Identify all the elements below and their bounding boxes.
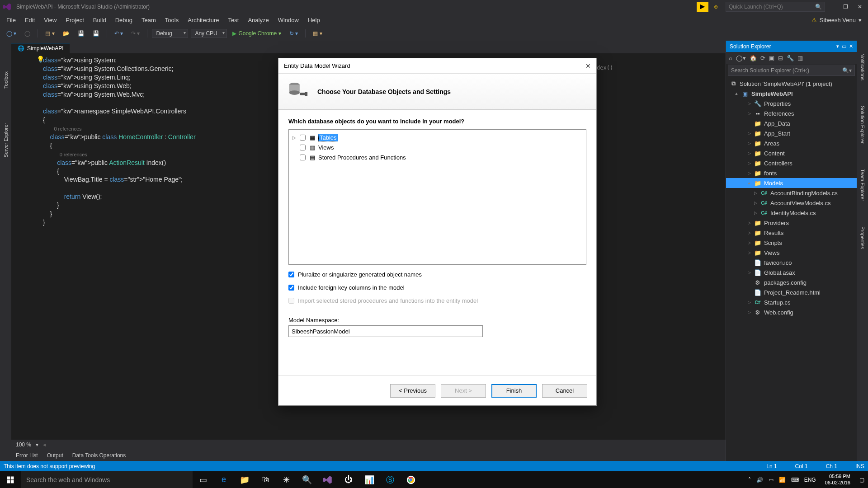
tree-node[interactable]: ▲📁Models — [726, 178, 857, 188]
tab-team-explorer[interactable]: Team Explorer — [859, 165, 866, 205]
solution-platform-dropdown[interactable]: Any CPU — [191, 29, 227, 38]
store-icon[interactable]: 🛍 — [255, 471, 276, 488]
open-file-button[interactable]: 📂 — [60, 29, 72, 38]
menu-window[interactable]: Window — [274, 15, 303, 25]
tab-notifications[interactable]: Notifications — [859, 50, 866, 84]
previous-button[interactable]: < Previous — [390, 384, 435, 398]
save-all-button[interactable]: 💾 — [90, 29, 102, 38]
menu-debug[interactable]: Debug — [111, 15, 137, 25]
wizard-close-button[interactable]: ✕ — [585, 62, 591, 70]
tray-clock[interactable]: 05:59 PM 06-02-2016 — [821, 474, 854, 485]
db-object-views[interactable]: ▥ Views — [292, 142, 583, 152]
menu-test[interactable]: Test — [224, 15, 244, 25]
sprocs-checkbox[interactable] — [300, 155, 306, 160]
tray-chevron-icon[interactable]: ˄ — [748, 477, 751, 483]
menu-file[interactable]: File — [2, 15, 20, 25]
zoom-level[interactable]: 100 % — [16, 441, 31, 448]
tab-data-tools[interactable]: Data Tools Operations — [72, 452, 126, 459]
send-feedback-button[interactable]: ☺ — [711, 2, 721, 12]
tree-node[interactable]: ▷📁Providers — [726, 218, 857, 228]
tree-node[interactable]: ▷🔧Properties — [726, 99, 857, 108]
tree-node[interactable]: ▷📁Scripts — [726, 238, 857, 248]
tree-node[interactable]: ▷C#AccountBindingModels.cs — [726, 188, 857, 198]
restore-button[interactable]: ❐ — [840, 4, 851, 10]
solution-root[interactable]: ⧉Solution 'SimpleWebAPI' (1 project) — [726, 79, 857, 89]
panel-close-button[interactable]: ✕ — [849, 43, 853, 49]
solution-explorer-header[interactable]: Solution Explorer ▾ ▭ ✕ — [726, 41, 857, 52]
views-checkbox[interactable] — [300, 145, 306, 150]
tree-node[interactable]: 📄favicon.ico — [726, 258, 857, 267]
finish-button[interactable]: Finish — [491, 384, 537, 398]
chevron-down-icon[interactable]: ▾ — [36, 441, 38, 448]
signed-in-user[interactable]: Sibeesh Venu — [820, 17, 856, 23]
visual-studio-icon[interactable] — [317, 471, 338, 488]
redo-button[interactable]: ↷ ▾ — [128, 29, 142, 38]
taskbar-search[interactable]: Search the web and Windows — [21, 471, 193, 488]
tree-node[interactable]: ▷📁App_Start — [726, 128, 857, 138]
close-button[interactable]: ✕ — [854, 4, 865, 10]
app-icon-4[interactable]: 📊 — [359, 471, 380, 488]
tray-network-icon[interactable]: 📶 — [779, 477, 786, 483]
nav-back-button[interactable]: ◯ ▾ — [4, 29, 19, 38]
properties-icon[interactable]: 🔧 — [787, 55, 794, 61]
chevron-down-icon[interactable]: ▾ — [859, 17, 862, 23]
tree-node[interactable]: ▷📁Results — [726, 228, 857, 238]
db-object-tables[interactable]: ▷ ▦ Tables — [292, 132, 583, 142]
nav-forward-button[interactable]: ◯ — [22, 29, 33, 38]
task-view-icon[interactable]: ▭ — [193, 471, 213, 488]
show-all-icon[interactable]: ▣ — [769, 55, 774, 61]
tab-solution-explorer[interactable]: Solution Explorer — [859, 102, 866, 147]
tree-node[interactable]: ▷📁Content — [726, 148, 857, 158]
menu-analyze[interactable]: Analyze — [243, 15, 273, 25]
collapse-icon[interactable]: ⊟ — [778, 55, 783, 61]
sync-icon[interactable]: 🏠 — [750, 55, 757, 61]
menu-edit[interactable]: Edit — [20, 15, 39, 25]
menu-help[interactable]: Help — [303, 15, 325, 25]
chrome-icon[interactable] — [401, 471, 421, 488]
file-explorer-icon[interactable]: 📁 — [234, 471, 255, 488]
tree-node[interactable]: ▷⚙Web.config — [726, 307, 857, 317]
tree-node[interactable]: ⚙packages.config — [726, 277, 857, 287]
solution-config-dropdown[interactable]: Debug — [152, 29, 188, 38]
tray-action-center-icon[interactable]: ▢ — [859, 477, 864, 483]
foreign-key-option[interactable]: Include foreign key columns in the model — [288, 284, 586, 291]
tree-node[interactable]: ▷C#IdentityModels.cs — [726, 208, 857, 218]
cancel-button[interactable]: Cancel — [542, 384, 587, 398]
menu-tools[interactable]: Tools — [160, 15, 183, 25]
tree-node[interactable]: ▷📁fonts — [726, 168, 857, 178]
tab-output[interactable]: Output — [47, 452, 63, 459]
tree-node[interactable]: ▷📁Views — [726, 248, 857, 258]
toolbar-extra-button[interactable]: ▦ ▾ — [310, 29, 325, 38]
pluralize-option[interactable]: Pluralize or singularize generated objec… — [288, 271, 586, 278]
refresh-icon[interactable]: ⟳ — [760, 55, 765, 61]
database-objects-tree[interactable]: ▷ ▦ Tables ▥ Views ▤ Stored Procedures a… — [288, 129, 586, 265]
solution-explorer-search[interactable]: Search Solution Explorer (Ctrl+;) 🔍▾ — [728, 65, 855, 76]
undo-button[interactable]: ↶ ▾ — [112, 29, 126, 38]
tab-server-explorer[interactable]: Server Explorer — [2, 119, 9, 161]
new-project-button[interactable]: ▤ ▾ — [42, 29, 57, 38]
menu-view[interactable]: View — [39, 15, 61, 25]
start-debugging-button[interactable]: ▶ Google Chrome ▾ — [230, 29, 284, 38]
foreign-key-checkbox[interactable] — [288, 285, 294, 291]
lightbulb-icon[interactable]: 💡 — [37, 55, 44, 64]
tree-node[interactable]: ▷C#AccountViewModels.cs — [726, 198, 857, 208]
save-button[interactable]: 💾 — [75, 29, 87, 38]
tray-volume-icon[interactable]: 🔊 — [756, 477, 763, 483]
history-back-icon[interactable]: ◯▾ — [736, 55, 746, 61]
project-node[interactable]: ▲▣SimpleWebAPI — [726, 89, 857, 99]
solution-tree[interactable]: ⧉Solution 'SimpleWebAPI' (1 project)▲▣Si… — [726, 77, 857, 461]
tree-node[interactable]: ▷C#Startup.cs — [726, 297, 857, 307]
tab-error-list[interactable]: Error List — [16, 452, 38, 459]
tree-node[interactable]: ▷📁Areas — [726, 138, 857, 148]
document-tab[interactable]: 🌐 SimpleWebAPI — [11, 43, 70, 53]
start-button[interactable] — [0, 471, 21, 488]
home-icon[interactable]: ⌂ — [729, 55, 732, 61]
expand-icon[interactable]: ▷ — [292, 135, 297, 140]
tree-node[interactable]: ▷▪▪References — [726, 108, 857, 118]
app-icon-2[interactable]: 🔍 — [297, 471, 317, 488]
skype-icon[interactable]: Ⓢ — [380, 471, 401, 488]
menu-team[interactable]: Team — [137, 15, 160, 25]
tables-checkbox[interactable] — [300, 135, 306, 141]
menu-build[interactable]: Build — [89, 15, 111, 25]
tree-node[interactable]: ▷📄Global.asax — [726, 267, 857, 277]
